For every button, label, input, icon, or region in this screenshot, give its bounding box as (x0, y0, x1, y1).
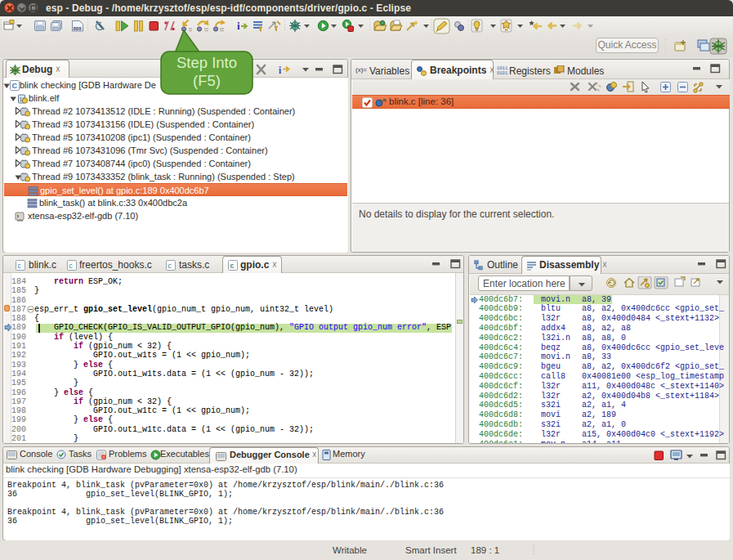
svg-text:C: C (12, 82, 18, 90)
svg-text:0101: 0101 (497, 70, 508, 75)
svg-text:c: c (230, 262, 235, 270)
svg-text:888: 888 (74, 26, 83, 31)
svg-text:i: i (279, 65, 282, 75)
svg-text:(x)=: (x)= (355, 66, 367, 74)
